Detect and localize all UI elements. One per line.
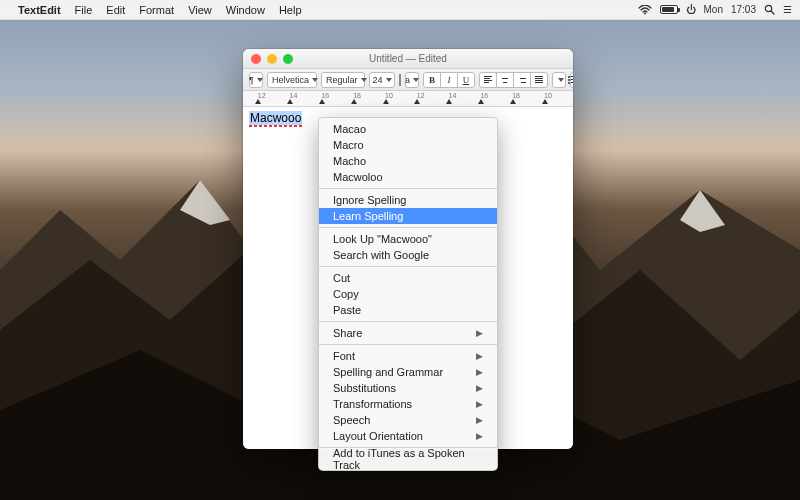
spelling-suggestion[interactable]: Macho bbox=[319, 153, 497, 169]
menu-paste[interactable]: Paste bbox=[319, 302, 497, 318]
list-button[interactable] bbox=[570, 72, 573, 88]
menu-share[interactable]: Share▶ bbox=[319, 325, 497, 341]
tab-stop[interactable] bbox=[510, 99, 516, 104]
zoom-button[interactable] bbox=[283, 54, 293, 64]
tab-stop[interactable] bbox=[255, 99, 261, 104]
font-style-select[interactable]: Regular bbox=[321, 72, 365, 88]
tab-stop[interactable] bbox=[414, 99, 420, 104]
menu-substitutions[interactable]: Substitutions▶ bbox=[319, 380, 497, 396]
font-size-select[interactable]: 24 bbox=[369, 72, 395, 88]
menu-spelling[interactable]: Spelling and Grammar▶ bbox=[319, 364, 497, 380]
menu-cut[interactable]: Cut bbox=[319, 270, 497, 286]
spotlight-icon[interactable] bbox=[764, 4, 775, 15]
tab-stop[interactable] bbox=[319, 99, 325, 104]
tab-stop[interactable] bbox=[542, 99, 548, 104]
style-picker[interactable]: ¶ bbox=[249, 72, 263, 88]
svg-line-2 bbox=[771, 11, 774, 14]
text-color-well[interactable] bbox=[399, 74, 401, 86]
spelling-suggestion[interactable]: Macao bbox=[319, 121, 497, 137]
tab-stop[interactable] bbox=[383, 99, 389, 104]
menu-learn-spelling[interactable]: Learn Spelling bbox=[319, 208, 497, 224]
text-color-button[interactable]: a bbox=[405, 72, 419, 88]
notification-center-icon[interactable]: ☰ bbox=[783, 4, 792, 15]
menu-view[interactable]: View bbox=[188, 4, 212, 16]
menu-help[interactable]: Help bbox=[279, 4, 302, 16]
window-titlebar[interactable]: Untitled — Edited bbox=[243, 49, 573, 69]
format-toolbar: ¶ Helvetica Regular 24 a B I U bbox=[243, 69, 573, 91]
menu-edit[interactable]: Edit bbox=[106, 4, 125, 16]
menu-add-to-itunes[interactable]: Add to iTunes as a Spoken Track bbox=[319, 451, 497, 467]
menu-window[interactable]: Window bbox=[226, 4, 265, 16]
alignment-group bbox=[479, 72, 548, 88]
font-family-select[interactable]: Helvetica bbox=[267, 72, 317, 88]
menu-format[interactable]: Format bbox=[139, 4, 174, 16]
menu-separator bbox=[319, 227, 497, 228]
close-button[interactable] bbox=[251, 54, 261, 64]
menu-transformations[interactable]: Transformations▶ bbox=[319, 396, 497, 412]
svg-point-0 bbox=[644, 12, 646, 14]
menu-file[interactable]: File bbox=[75, 4, 93, 16]
italic-button[interactable]: I bbox=[440, 72, 458, 88]
minimize-button[interactable] bbox=[267, 54, 277, 64]
underline-button[interactable]: U bbox=[457, 72, 475, 88]
clock-time[interactable]: 17:03 bbox=[731, 4, 756, 15]
line-spacing-button[interactable] bbox=[552, 72, 566, 88]
clock-day[interactable]: Mon bbox=[704, 4, 723, 15]
spelling-suggestion[interactable]: Macwoloo bbox=[319, 169, 497, 185]
menu-separator bbox=[319, 188, 497, 189]
context-menu: Macao Macro Macho Macwoloo Ignore Spelli… bbox=[318, 117, 498, 471]
menu-separator bbox=[319, 266, 497, 267]
text-style-group: B I U bbox=[423, 72, 475, 88]
system-menubar: TextEdit File Edit Format View Window He… bbox=[0, 0, 800, 20]
spelling-suggestion[interactable]: Macro bbox=[319, 137, 497, 153]
menu-ignore-spelling[interactable]: Ignore Spelling bbox=[319, 192, 497, 208]
wifi-icon[interactable] bbox=[638, 5, 652, 15]
align-center-button[interactable] bbox=[496, 72, 514, 88]
menu-speech[interactable]: Speech▶ bbox=[319, 412, 497, 428]
menu-separator bbox=[319, 344, 497, 345]
misspelled-word[interactable]: Macwooo bbox=[249, 111, 302, 125]
align-right-button[interactable] bbox=[513, 72, 531, 88]
battery-icon[interactable] bbox=[660, 5, 678, 14]
ruler[interactable]: 12 14 16 18 10 12 14 16 18 10 bbox=[243, 91, 573, 107]
menu-layout[interactable]: Layout Orientation▶ bbox=[319, 428, 497, 444]
menu-font[interactable]: Font▶ bbox=[319, 348, 497, 364]
tab-stop[interactable] bbox=[478, 99, 484, 104]
menu-search-google[interactable]: Search with Google bbox=[319, 247, 497, 263]
tab-stop[interactable] bbox=[446, 99, 452, 104]
app-menu[interactable]: TextEdit bbox=[18, 4, 61, 16]
align-left-button[interactable] bbox=[479, 72, 497, 88]
align-justify-button[interactable] bbox=[530, 72, 548, 88]
tab-stop[interactable] bbox=[351, 99, 357, 104]
bold-button[interactable]: B bbox=[423, 72, 441, 88]
menu-separator bbox=[319, 321, 497, 322]
tab-stop[interactable] bbox=[287, 99, 293, 104]
menu-copy[interactable]: Copy bbox=[319, 286, 497, 302]
menu-look-up[interactable]: Look Up "Macwooo" bbox=[319, 231, 497, 247]
